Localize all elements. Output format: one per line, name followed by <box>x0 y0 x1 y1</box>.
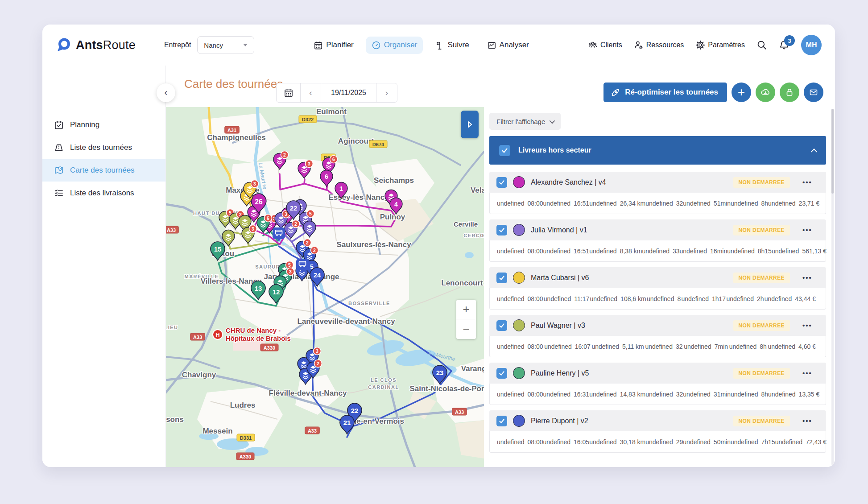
logo-text: AntsRoute <box>76 38 136 52</box>
driver-menu-button[interactable]: ••• <box>796 417 819 425</box>
user-avatar[interactable]: MH <box>801 35 822 55</box>
marker-number: 26 <box>255 198 263 206</box>
marker-number: 4 <box>394 201 398 208</box>
date-prev-button[interactable]: ‹ <box>301 83 321 102</box>
flag-start-icon: undefined <box>497 343 525 350</box>
top-link-label: Ressources <box>646 41 684 49</box>
map-town-label: Chavigny <box>182 371 216 379</box>
driver-stat: undefined26,34 km <box>589 200 645 207</box>
mail-button[interactable] <box>804 83 823 102</box>
group-checkbox[interactable] <box>499 145 510 156</box>
check-icon <box>499 322 505 329</box>
panel-scrollbar-thumb[interactable] <box>831 109 834 194</box>
date-next-button[interactable]: › <box>376 83 397 102</box>
driver-menu-button[interactable]: ••• <box>796 369 819 377</box>
marker-count-badge: 3 <box>306 160 313 168</box>
driver-stat: undefined32 <box>645 391 683 398</box>
map-town-label: Varang <box>461 364 484 373</box>
driver-stat-value: 43,44 € <box>795 295 816 302</box>
driver-checkbox[interactable] <box>496 273 507 283</box>
add-button[interactable]: + <box>732 83 751 102</box>
marker-count-badge: 3 <box>287 268 294 276</box>
zoom-out-button[interactable]: − <box>456 319 476 339</box>
svg-text:6: 6 <box>267 215 269 221</box>
svg-text:A330: A330 <box>240 454 251 459</box>
nav-item-suivre[interactable]: Suivre <box>429 37 475 54</box>
driver-menu-button[interactable]: ••• <box>796 322 819 329</box>
driver-menu-button[interactable]: ••• <box>796 274 819 281</box>
check-icon <box>499 370 505 376</box>
svg-text:A33: A33 <box>455 409 464 415</box>
driver-checkbox[interactable] <box>496 177 507 188</box>
search-button[interactable] <box>756 40 767 50</box>
back-button[interactable]: ‹ <box>157 83 175 102</box>
driver-stat-value: 8h <box>761 391 769 398</box>
driver-stat-value: 08:00 <box>528 438 543 446</box>
zoom-in-button[interactable]: + <box>456 300 476 319</box>
driver-stat: undefined16min <box>680 248 727 255</box>
current-date[interactable]: 19/11/2025 <box>321 83 376 102</box>
driver-stat: undefined08:00 <box>497 438 543 446</box>
routes-map[interactable]: EulmontChampigneullesAgincourtSeichampsE… <box>166 107 484 467</box>
driver-card: Pierre Dupont | v2NON DEMARREE•••undefin… <box>489 410 826 453</box>
group-header-livreurs-hors-secteur[interactable]: Livreurs hors secteur <box>489 136 826 165</box>
top-link-parametres[interactable]: Paramètres <box>695 40 745 50</box>
svg-text:A33: A33 <box>308 428 317 434</box>
driver-stat-value: 50min <box>714 438 731 446</box>
map-town-label: Seichamps <box>374 176 414 185</box>
person-time-icon: undefined <box>731 200 758 207</box>
group-label: Livreurs hors secteur <box>518 146 591 154</box>
sidebar-item-liste-tournees[interactable]: Liste des tournées <box>42 136 166 159</box>
driver-checkbox[interactable] <box>496 368 507 379</box>
driver-menu-button[interactable]: ••• <box>796 178 819 186</box>
driver-list: Alexandre Sanchez | v4NON DEMARREE•••und… <box>489 172 826 458</box>
cloud-sync-button[interactable] <box>756 83 775 102</box>
sidebar-item-carte-tournees[interactable]: Carte des tournées <box>42 159 166 182</box>
vehicle-icon: undefined <box>680 248 707 255</box>
marker-count-badge: 5 <box>307 210 314 218</box>
nav-item-analyser[interactable]: Analyser <box>481 37 535 54</box>
driver-menu-button[interactable]: ••• <box>796 226 819 234</box>
svg-text:A33: A33 <box>167 227 176 233</box>
top-link-clients[interactable]: Clients <box>588 40 622 50</box>
map-town-label: LE CLOS <box>371 377 397 383</box>
app-window: AntsRoute Entrepôt Nancy PlanifierOrgani… <box>42 25 835 467</box>
svg-text:2: 2 <box>283 152 286 157</box>
warehouse-select[interactable]: Nancy <box>197 36 254 54</box>
driver-stat: undefined50min <box>683 438 731 446</box>
notifications-button[interactable]: 3 <box>779 40 789 50</box>
calendar-button[interactable] <box>277 83 301 102</box>
app-logo[interactable]: AntsRoute <box>56 37 136 53</box>
map-town-label: Laneuveville-devant-Nancy <box>297 317 395 326</box>
vehicle-icon: undefined <box>683 438 711 446</box>
driver-stat-value: 29 <box>676 438 683 446</box>
reoptimize-button[interactable]: Ré-optimiser les tournées <box>603 83 727 102</box>
collapse-panel-button[interactable] <box>461 111 479 138</box>
driver-stat-value: 108,6 km <box>620 295 646 302</box>
vehicle-icon: undefined <box>684 343 711 350</box>
driver-name: Paul Wagner | v3 <box>531 322 585 330</box>
driver-checkbox[interactable] <box>496 320 507 331</box>
top-link-ressources[interactable]: Ressources <box>634 40 684 50</box>
stops-pin-icon: undefined <box>647 295 674 302</box>
sidebar-item-liste-livraisons[interactable]: Liste des livraisons <box>42 182 166 204</box>
calendar-icon <box>314 41 323 50</box>
nav-item-planifier[interactable]: Planifier <box>308 37 359 54</box>
driver-avatar <box>513 224 525 236</box>
driver-checkbox[interactable] <box>496 225 507 235</box>
road-badge: A31 <box>225 126 240 133</box>
driver-stat: undefined8h15 <box>727 248 772 255</box>
driver-checkbox[interactable] <box>496 416 507 426</box>
filter-display-button[interactable]: Filtrer l'affichage <box>489 113 561 130</box>
nav-item-organiser[interactable]: Organiser <box>366 37 423 54</box>
svg-text:3: 3 <box>316 348 318 354</box>
driver-stat: undefined8,38 km <box>589 248 642 255</box>
main-nav: PlanifierOrganiserSuivreAnalyser <box>308 37 534 54</box>
sidebar-item-planning[interactable]: Planning <box>42 114 166 136</box>
flag-start-icon: undefined <box>497 200 525 207</box>
person-time-icon: undefined <box>729 343 757 350</box>
driver-stats-row: undefined08:00undefined16:51undefined26,… <box>489 193 826 214</box>
sidebar-menu: PlanningListe des tournéesCarte des tour… <box>42 66 166 204</box>
flag-start-icon: undefined <box>497 295 525 302</box>
lock-button[interactable] <box>780 83 799 102</box>
